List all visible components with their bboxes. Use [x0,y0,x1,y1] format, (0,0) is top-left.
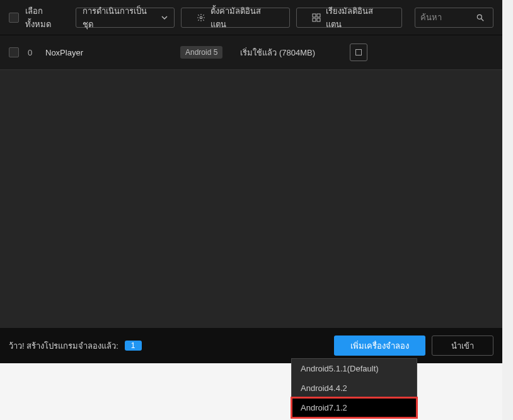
row-status: เริ่มใช้แล้ว (7804MB) [240,46,315,59]
add-emulator-button[interactable]: เพิ่มเครื่องจำลอง [334,335,425,356]
import-label: นำเข้า [451,341,474,351]
toolbar: เลือกทั้งหมด การดำเนินการเป็นชุด ตั้งค่า… [0,0,502,35]
svg-rect-2 [317,14,320,17]
instance-row[interactable]: 0 NoxPlayer Android 5 เริ่มใช้แล้ว (7804… [0,35,502,70]
import-button[interactable]: นำเข้า [432,335,493,356]
os-badge: Android 5 [180,46,222,59]
below-footer-area [0,363,502,420]
arrange-label: เรียงมัลติอินสแตน [326,4,386,31]
svg-line-6 [481,18,484,21]
chevron-down-icon [161,15,168,21]
android-version-option[interactable]: Android5.1.1(Default) [292,359,417,378]
multi-instance-settings-button[interactable]: ตั้งค่ามัลติอินสแตน [181,8,290,28]
grid-icon [312,13,321,22]
instance-list-empty-area [0,70,502,328]
select-all-label: เลือกทั้งหมด [25,4,67,31]
svg-rect-4 [317,18,320,21]
android-version-option[interactable]: Android4.4.2 [292,378,417,398]
instance-count-badge: 1 [125,341,142,351]
search-icon [476,13,485,22]
select-all-checkbox[interactable] [9,13,19,23]
batch-actions-dropdown[interactable]: การดำเนินการเป็นชุด [76,8,175,28]
stop-icon [355,49,362,55]
add-emulator-label: เพิ่มเครื่องจำลอง [350,341,409,351]
search-box[interactable] [415,8,493,28]
svg-point-0 [200,16,202,19]
row-name: NoxPlayer [45,48,171,57]
settings-label: ตั้งค่ามัลติอินสแตน [210,4,274,31]
footer-text: ว้าว! สร้างโปรแกรมจำลองแล้ว: [9,339,118,353]
android-version-menu: Android5.1.1(Default) Android4.4.2 Andro… [291,358,417,418]
row-index: 0 [28,48,37,57]
option-label: Android4.4.2 [301,383,347,393]
row-checkbox[interactable] [9,47,19,57]
batch-actions-label: การดำเนินการเป็นชุด [83,4,155,31]
svg-rect-1 [313,14,316,17]
gear-icon [197,13,205,22]
option-label: Android5.1.1(Default) [301,364,379,373]
svg-point-5 [478,15,482,19]
option-label: Android7.1.2 [301,403,347,412]
scrollbar-track[interactable] [502,0,513,420]
android-version-option[interactable]: Android7.1.2 [292,398,417,417]
search-input[interactable] [420,13,471,22]
footer-bar: ว้าว! สร้างโปรแกรมจำลองแล้ว: 1 เพิ่มเครื… [0,328,502,363]
arrange-instances-button[interactable]: เรียงมัลติอินสแตน [296,8,402,28]
stop-button[interactable] [350,44,367,61]
svg-rect-3 [313,18,316,21]
